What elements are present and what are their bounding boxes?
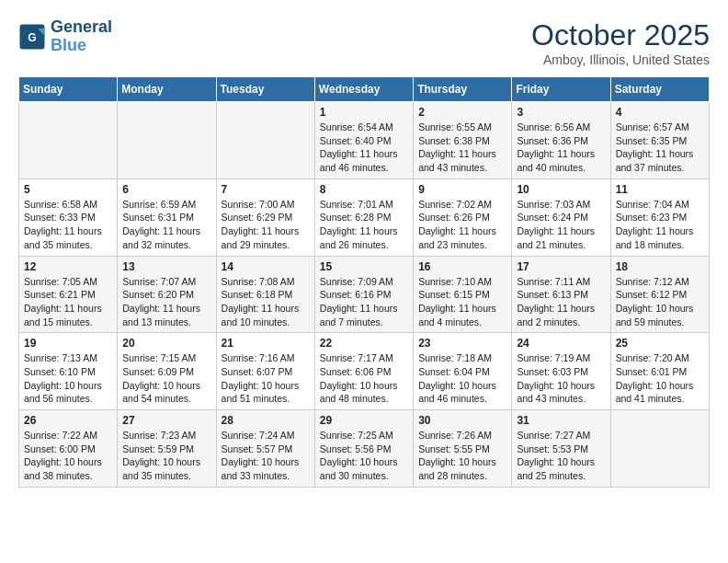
logo: G General Blue (18, 18, 112, 55)
day-cell: 1Sunrise: 6:54 AMSunset: 6:40 PMDaylight… (314, 102, 413, 179)
day-cell: 27Sunrise: 7:23 AMSunset: 5:59 PMDayligh… (118, 410, 216, 488)
day-info: Sunrise: 7:18 AMSunset: 6:04 PMDaylight:… (418, 351, 506, 406)
day-number: 31 (517, 414, 605, 427)
logo-icon: G (18, 23, 46, 51)
day-number: 24 (517, 337, 605, 350)
day-number: 25 (616, 337, 704, 350)
day-cell: 11Sunrise: 7:04 AMSunset: 6:23 PMDayligh… (610, 178, 709, 256)
day-cell: 7Sunrise: 7:00 AMSunset: 6:29 PMDaylight… (216, 178, 314, 256)
day-info: Sunrise: 6:58 AMSunset: 6:33 PMDaylight:… (24, 198, 112, 252)
day-number: 7 (222, 183, 310, 196)
header-day-thursday: Thursday (414, 77, 512, 102)
day-cell (19, 102, 118, 179)
day-number: 21 (222, 337, 310, 350)
day-info: Sunrise: 7:13 AMSunset: 6:10 PMDaylight:… (24, 351, 112, 406)
day-info: Sunrise: 7:03 AMSunset: 6:24 PMDaylight:… (517, 198, 605, 252)
calendar-table: SundayMondayTuesdayWednesdayThursdayFrid… (18, 76, 710, 488)
day-info: Sunrise: 7:07 AMSunset: 6:20 PMDaylight:… (122, 275, 210, 329)
day-number: 30 (418, 414, 506, 427)
day-info: Sunrise: 6:57 AMSunset: 6:35 PMDaylight:… (616, 121, 704, 175)
day-cell: 6Sunrise: 6:59 AMSunset: 6:31 PMDaylight… (118, 178, 216, 256)
day-info: Sunrise: 7:26 AMSunset: 5:55 PMDaylight:… (418, 429, 506, 483)
week-row-5: 26Sunrise: 7:22 AMSunset: 6:00 PMDayligh… (19, 410, 710, 488)
day-number: 3 (517, 106, 605, 119)
day-cell: 17Sunrise: 7:11 AMSunset: 6:13 PMDayligh… (512, 256, 610, 333)
day-number: 16 (418, 260, 506, 273)
day-number: 6 (122, 183, 210, 196)
day-number: 13 (122, 260, 210, 273)
day-number: 5 (24, 183, 112, 196)
calendar-header: SundayMondayTuesdayWednesdayThursdayFrid… (19, 77, 710, 102)
day-number: 19 (24, 337, 112, 350)
day-info: Sunrise: 7:10 AMSunset: 6:15 PMDaylight:… (418, 275, 506, 329)
day-info: Sunrise: 7:24 AMSunset: 5:57 PMDaylight:… (222, 429, 310, 483)
day-number: 11 (616, 183, 704, 196)
day-number: 1 (320, 106, 408, 119)
header-day-saturday: Saturday (610, 77, 709, 102)
week-row-1: 1Sunrise: 6:54 AMSunset: 6:40 PMDaylight… (19, 102, 710, 179)
day-cell: 30Sunrise: 7:26 AMSunset: 5:55 PMDayligh… (414, 410, 512, 488)
header-day-tuesday: Tuesday (216, 77, 314, 102)
day-info: Sunrise: 7:09 AMSunset: 6:16 PMDaylight:… (320, 275, 408, 329)
day-cell: 20Sunrise: 7:15 AMSunset: 6:09 PMDayligh… (118, 333, 216, 410)
day-cell: 21Sunrise: 7:16 AMSunset: 6:07 PMDayligh… (216, 333, 314, 410)
logo-line2: Blue (51, 36, 86, 54)
day-cell: 24Sunrise: 7:19 AMSunset: 6:03 PMDayligh… (512, 333, 610, 410)
header-day-sunday: Sunday (19, 77, 118, 102)
day-cell: 8Sunrise: 7:01 AMSunset: 6:28 PMDaylight… (314, 178, 413, 256)
day-info: Sunrise: 7:22 AMSunset: 6:00 PMDaylight:… (24, 429, 112, 483)
day-number: 4 (616, 106, 704, 119)
day-info: Sunrise: 7:05 AMSunset: 6:21 PMDaylight:… (24, 275, 112, 329)
week-row-2: 5Sunrise: 6:58 AMSunset: 6:33 PMDaylight… (19, 178, 710, 256)
day-cell: 13Sunrise: 7:07 AMSunset: 6:20 PMDayligh… (118, 256, 216, 333)
day-number: 27 (122, 414, 210, 427)
day-info: Sunrise: 7:00 AMSunset: 6:29 PMDaylight:… (222, 198, 310, 252)
day-info: Sunrise: 7:19 AMSunset: 6:03 PMDaylight:… (517, 351, 605, 406)
day-number: 10 (517, 183, 605, 196)
day-cell: 25Sunrise: 7:20 AMSunset: 6:01 PMDayligh… (610, 333, 709, 410)
day-info: Sunrise: 7:15 AMSunset: 6:09 PMDaylight:… (122, 351, 210, 406)
day-cell: 28Sunrise: 7:24 AMSunset: 5:57 PMDayligh… (216, 410, 314, 488)
day-number: 17 (517, 260, 605, 273)
day-cell (118, 102, 216, 179)
day-cell (216, 102, 314, 179)
logo-text: General Blue (51, 18, 112, 55)
day-number: 15 (320, 260, 408, 273)
day-info: Sunrise: 7:12 AMSunset: 6:12 PMDaylight:… (616, 275, 704, 329)
week-row-3: 12Sunrise: 7:05 AMSunset: 6:21 PMDayligh… (19, 256, 710, 333)
day-cell: 16Sunrise: 7:10 AMSunset: 6:15 PMDayligh… (414, 256, 512, 333)
day-number: 18 (616, 260, 704, 273)
day-cell: 5Sunrise: 6:58 AMSunset: 6:33 PMDaylight… (19, 178, 118, 256)
day-cell: 19Sunrise: 7:13 AMSunset: 6:10 PMDayligh… (19, 333, 118, 410)
month-title: October 2025 (531, 18, 710, 52)
header-row: SundayMondayTuesdayWednesdayThursdayFrid… (19, 77, 710, 102)
day-info: Sunrise: 6:59 AMSunset: 6:31 PMDaylight:… (122, 198, 210, 252)
day-number: 14 (222, 260, 310, 273)
day-cell: 12Sunrise: 7:05 AMSunset: 6:21 PMDayligh… (19, 256, 118, 333)
day-cell: 26Sunrise: 7:22 AMSunset: 6:00 PMDayligh… (19, 410, 118, 488)
day-cell: 4Sunrise: 6:57 AMSunset: 6:35 PMDaylight… (610, 102, 709, 179)
title-block: October 2025 Amboy, Illinois, United Sta… (531, 18, 710, 67)
day-info: Sunrise: 7:17 AMSunset: 6:06 PMDaylight:… (320, 351, 408, 406)
day-info: Sunrise: 7:20 AMSunset: 6:01 PMDaylight:… (616, 351, 704, 406)
day-number: 26 (24, 414, 112, 427)
page-header: G General Blue October 2025 Amboy, Illin… (18, 18, 710, 67)
location-subtitle: Amboy, Illinois, United States (531, 52, 710, 67)
header-day-friday: Friday (512, 77, 610, 102)
day-cell: 22Sunrise: 7:17 AMSunset: 6:06 PMDayligh… (314, 333, 413, 410)
header-day-monday: Monday (118, 77, 216, 102)
svg-text:G: G (28, 30, 36, 43)
day-cell: 23Sunrise: 7:18 AMSunset: 6:04 PMDayligh… (414, 333, 512, 410)
day-number: 9 (418, 183, 506, 196)
day-info: Sunrise: 7:16 AMSunset: 6:07 PMDaylight:… (222, 351, 310, 406)
day-number: 22 (320, 337, 408, 350)
logo-line1: General (51, 17, 112, 36)
day-number: 23 (418, 337, 506, 350)
day-cell (610, 410, 709, 488)
day-info: Sunrise: 6:54 AMSunset: 6:40 PMDaylight:… (320, 121, 408, 175)
week-row-4: 19Sunrise: 7:13 AMSunset: 6:10 PMDayligh… (19, 333, 710, 410)
day-info: Sunrise: 6:56 AMSunset: 6:36 PMDaylight:… (517, 121, 605, 175)
day-cell: 14Sunrise: 7:08 AMSunset: 6:18 PMDayligh… (216, 256, 314, 333)
day-cell: 18Sunrise: 7:12 AMSunset: 6:12 PMDayligh… (610, 256, 709, 333)
day-number: 20 (122, 337, 210, 350)
